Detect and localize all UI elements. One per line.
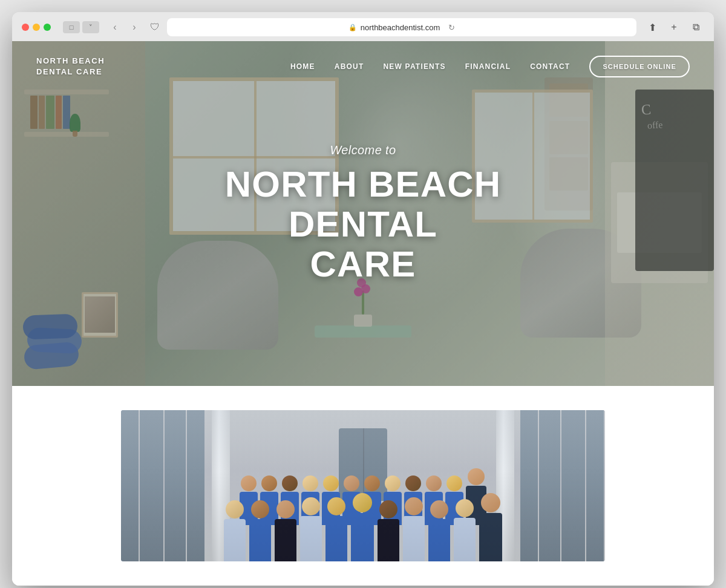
hero-section: C offe NORTH BEACH DENTAL CARE HOME ABOU… [12, 41, 714, 386]
front-member-4 [300, 497, 322, 561]
front-member-8 [403, 497, 425, 561]
nav-links: HOME ABOUT NEW PATIENTS FINANCIAL CONTAC… [290, 56, 690, 77]
front-member-1 [224, 500, 246, 561]
toolbar-right: ⬆ + ⧉ [644, 19, 704, 36]
front-member-11 [479, 493, 502, 561]
team-section [12, 410, 714, 573]
navigation-bar: NORTH BEACH DENTAL CARE HOME ABOUT NEW P… [12, 41, 714, 92]
hero-text: Welcome to NORTH BEACH DENTAL CARE [151, 143, 575, 284]
chevron-button[interactable]: ˅ [82, 21, 99, 33]
close-button[interactable] [22, 24, 29, 31]
browser-window: □ ˅ ‹ › 🛡 🔒 northbeachdentist.com [12, 12, 714, 586]
traffic-lights [22, 24, 51, 31]
nav-home[interactable]: HOME [290, 62, 315, 71]
hero-title-line1: NORTH BEACH DENTAL [151, 165, 575, 244]
browser-nav-buttons: ‹ › [106, 19, 143, 36]
tab-view-button[interactable]: □ [63, 21, 80, 33]
browser-top-bar: □ ˅ ‹ › 🛡 🔒 northbeachdentist.com [22, 18, 704, 41]
tab-view-icon: □ [70, 24, 74, 31]
minimize-button[interactable] [33, 24, 40, 31]
nav-new-patients[interactable]: NEW PATIENTS [383, 62, 445, 71]
forward-button[interactable]: › [126, 19, 143, 36]
front-member-2 [249, 500, 271, 561]
lock-icon: 🔒 [348, 24, 357, 31]
browser-chrome: □ ˅ ‹ › 🛡 🔒 northbeachdentist.com [12, 12, 714, 41]
below-hero-section [12, 386, 714, 410]
front-member-6 [351, 493, 374, 561]
front-member-10 [454, 499, 476, 561]
hero-title: NORTH BEACH DENTAL CARE [151, 165, 575, 284]
window-controls: □ ˅ [63, 21, 99, 33]
hero-title-line2: CARE [151, 244, 575, 284]
logo-line1: NORTH BEACH [36, 56, 105, 67]
front-member-3 [275, 500, 296, 561]
website-content: C offe NORTH BEACH DENTAL CARE HOME ABOU… [12, 41, 714, 586]
hero-welcome-text: Welcome to [151, 143, 575, 157]
nav-about[interactable]: ABOUT [335, 62, 364, 71]
bottom-spacer [12, 573, 714, 586]
back-button[interactable]: ‹ [106, 19, 123, 36]
content-blocker-icon[interactable]: 🛡 [150, 20, 160, 34]
new-tab-button[interactable]: + [666, 19, 682, 36]
address-bar[interactable]: 🔒 northbeachdentist.com ↻ [167, 18, 636, 36]
chevron-down-icon: ˅ [89, 24, 93, 31]
reload-icon[interactable]: ↻ [448, 23, 455, 32]
member-head-1 [241, 475, 257, 491]
address-bar-row: 🔒 northbeachdentist.com ↻ [167, 18, 636, 36]
shield-icon: 🛡 [150, 22, 160, 33]
copy-tab-button[interactable]: ⧉ [687, 19, 704, 36]
front-member-7 [378, 500, 399, 561]
front-member-5 [325, 497, 347, 561]
fullscreen-button[interactable] [44, 24, 51, 31]
logo-line2: DENTAL CARE [36, 67, 105, 77]
schedule-online-button[interactable]: SCHEDULE ONLINE [589, 56, 690, 77]
url-text: northbeachdentist.com [361, 23, 440, 32]
team-photo [121, 410, 605, 561]
nav-contact[interactable]: CONTACT [530, 62, 570, 71]
share-button[interactable]: ⬆ [644, 19, 661, 36]
site-logo[interactable]: NORTH BEACH DENTAL CARE [36, 56, 105, 77]
nav-financial[interactable]: FINANCIAL [465, 62, 511, 71]
front-member-9 [428, 500, 450, 561]
team-front-row [121, 493, 605, 561]
